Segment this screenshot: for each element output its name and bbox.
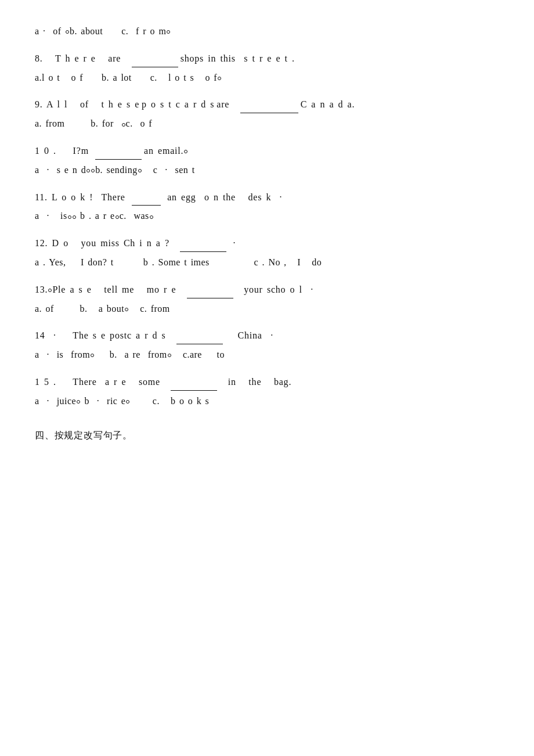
question-10-options: a · s e n db. sending c · sen t	[35, 162, 499, 179]
blank-10[interactable]	[95, 149, 142, 160]
question-13-block: 13.Ple a s e tell me mo r e your scho o …	[35, 282, 499, 318]
question-13-options: a. of b. a bout c. from	[35, 301, 499, 318]
question-14-options: a · is from b. a re from c.are to	[35, 347, 499, 363]
question-8-block: 8. T h e r e are shops in this s t r e e…	[35, 51, 499, 87]
blank-14[interactable]	[176, 334, 223, 344]
question-14-text: 14 · The s e postc a r d s China ·	[35, 327, 499, 344]
question-11-text: 11. L o o k ! There an egg o n the des k…	[35, 189, 499, 206]
section-four-title: 四、按规定改写句子。	[35, 427, 499, 444]
blank-8[interactable]	[132, 57, 178, 67]
question-15-text: 1 5 . There a r e some in the bag.	[35, 374, 499, 391]
question-10-text: 1 0 . I?m an email.	[35, 143, 499, 160]
intro-options-line: a · of b. about c. f r o m	[35, 23, 499, 40]
question-9-text: 9. A l l of t h e s e p o s t c a r d s …	[35, 96, 499, 113]
intro-options-block: a · of b. about c. f r o m	[35, 23, 499, 40]
question-12-text: 12. D o you miss Ch i n a ? ·	[35, 235, 499, 252]
question-12-options: a . Yes, I don? t b . Some t imes c . No…	[35, 254, 499, 271]
question-10-block: 1 0 . I?m an email. a · s e n db. sendin…	[35, 143, 499, 179]
question-15-block: 1 5 . There a r e some in the bag. a · j…	[35, 374, 499, 410]
blank-11[interactable]	[132, 195, 161, 206]
question-12-block: 12. D o you miss Ch i n a ? · a . Yes, I…	[35, 235, 499, 271]
question-15-options: a · juice b · ric e c. b o o k s	[35, 393, 499, 410]
question-9-options: a. from b. for c. o f	[35, 116, 499, 132]
question-14-block: 14 · The s e postc a r d s China · a · i…	[35, 327, 499, 363]
question-8-options: a.l o t o f b. a lot c. l o t s o f	[35, 70, 499, 87]
question-8-text: 8. T h e r e are shops in this s t r e e…	[35, 51, 499, 67]
blank-12[interactable]	[180, 242, 226, 252]
question-13-text: 13.Ple a s e tell me mo r e your scho o …	[35, 282, 499, 298]
blank-15[interactable]	[171, 380, 217, 391]
blank-13[interactable]	[187, 288, 233, 298]
question-11-block: 11. L o o k ! There an egg o n the des k…	[35, 189, 499, 225]
worksheet-content: a · of b. about c. f r o m 8. T h e r e …	[35, 23, 499, 444]
question-11-options: a · is b . a r ec. was	[35, 208, 499, 225]
question-9-block: 9. A l l of t h e s e p o s t c a r d s …	[35, 96, 499, 132]
blank-9[interactable]	[240, 103, 298, 113]
